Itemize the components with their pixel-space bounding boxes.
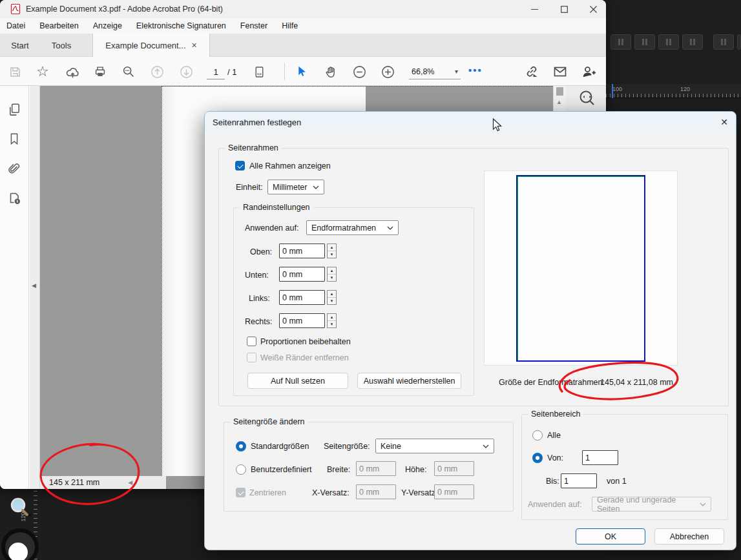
- add-user-button[interactable]: [579, 62, 598, 81]
- annotation-circle-trim-size: [550, 355, 685, 410]
- share-link-button[interactable]: [522, 62, 541, 81]
- save-button[interactable]: [5, 62, 25, 81]
- menu-bearbeiten[interactable]: Bearbeiten: [39, 21, 78, 30]
- set-to-zero-button[interactable]: Auf Null setzen: [247, 373, 348, 389]
- from-page-radio[interactable]: [532, 453, 543, 463]
- more-tools-icon[interactable]: •••: [468, 65, 483, 76]
- bg-tool-button[interactable]: [658, 34, 679, 50]
- page-info-icon[interactable]: [7, 191, 23, 206]
- minimize-button[interactable]: [523, 0, 545, 18]
- menu-hilfe[interactable]: Hilfe: [282, 21, 298, 30]
- select-tool-button[interactable]: [291, 62, 311, 81]
- margin-top-input[interactable]: [279, 244, 325, 258]
- remove-white-margins-checkbox: [247, 353, 256, 362]
- page-number-input[interactable]: [207, 65, 225, 79]
- to-page-input[interactable]: [561, 473, 597, 488]
- all-pages-radio[interactable]: [532, 430, 543, 441]
- page-display-size-button[interactable]: [249, 62, 269, 81]
- annotation-circle-status-size: [34, 439, 149, 510]
- margin-right-spinner[interactable]: ▲▼: [327, 313, 337, 328]
- margin-left-spinner[interactable]: ▲▼: [327, 290, 337, 305]
- center-label: Zentrieren: [249, 488, 286, 497]
- vertical-scrollbar[interactable]: ▲: [553, 86, 566, 111]
- margin-top-label: Oben:: [250, 247, 272, 256]
- dialog-close-icon[interactable]: ✕: [720, 117, 728, 127]
- acrobat-app-icon: [10, 4, 21, 14]
- chevron-down-icon: [483, 444, 489, 448]
- margin-left-input[interactable]: [279, 290, 325, 305]
- tab-tools[interactable]: Tools: [40, 34, 83, 57]
- group-seitenbereich-label: Seitenbereich: [528, 410, 583, 419]
- scroll-up-icon[interactable]: ▲: [556, 99, 562, 105]
- bg-tool-button[interactable]: [682, 34, 703, 50]
- width-label: Breite:: [327, 465, 350, 474]
- apply-to-label: Anwenden auf:: [245, 223, 298, 233]
- from-page-input[interactable]: [582, 450, 618, 465]
- show-all-boxes-checkbox[interactable]: [235, 161, 245, 171]
- next-page-button[interactable]: [176, 62, 196, 81]
- bg-tool-button[interactable]: [713, 34, 734, 50]
- bg-loupe-tool-icon[interactable]: [1, 528, 39, 560]
- search-button[interactable]: [119, 62, 138, 81]
- marquee-zoom-well: [566, 86, 606, 111]
- margin-bottom-input[interactable]: [279, 267, 325, 282]
- all-pages-label: Alle: [547, 431, 561, 440]
- margin-bottom-spinner[interactable]: ▲▼: [327, 267, 337, 282]
- width-input: [356, 461, 396, 476]
- margin-top-spinner[interactable]: ▲▼: [327, 244, 337, 258]
- ruler-ticks: [606, 94, 741, 98]
- page-preview-area: [484, 171, 678, 366]
- zoom-level-dropdown[interactable]: 66,8% ▾: [409, 64, 461, 79]
- zoom-out-button[interactable]: [350, 62, 369, 81]
- previous-page-button[interactable]: [147, 62, 167, 81]
- menu-anzeige[interactable]: Anzeige: [93, 21, 122, 30]
- attachments-paperclip-icon[interactable]: [7, 162, 21, 176]
- tab-start[interactable]: Start: [0, 34, 40, 57]
- cloud-upload-button[interactable]: [63, 62, 82, 81]
- menu-bar: Datei Bearbeiten Anzeige Elektronische S…: [0, 18, 606, 34]
- bg-tool-button[interactable]: [737, 34, 741, 50]
- menu-datei[interactable]: Datei: [6, 21, 25, 30]
- remove-white-margins-label: Weiße Ränder entfernen: [260, 353, 349, 362]
- close-window-button[interactable]: [582, 0, 604, 18]
- marquee-zoom-icon[interactable]: [578, 89, 597, 109]
- bg-zoom-tool-icon[interactable]: [5, 494, 34, 523]
- cancel-button[interactable]: Abbrechen: [654, 528, 724, 544]
- screen: { "window": { "title": "Example Document…: [0, 0, 741, 560]
- ok-button[interactable]: OK: [576, 528, 645, 544]
- page-thumbnails-icon[interactable]: [7, 102, 22, 117]
- print-button[interactable]: [90, 62, 110, 81]
- page-size-dropdown[interactable]: Keine: [375, 439, 494, 453]
- center-checkbox: [236, 488, 245, 497]
- bg-tool-button[interactable]: [611, 34, 631, 50]
- apply-to-dropdown[interactable]: Endformatrahmen: [306, 220, 399, 235]
- restore-selection-button[interactable]: Auswahl wiederherstellen: [357, 373, 461, 389]
- tab-document[interactable]: Example Document... ×: [92, 34, 210, 57]
- menu-fenster[interactable]: Fenster: [240, 21, 267, 30]
- favorite-star-icon[interactable]: ☆: [36, 63, 49, 80]
- maximize-button[interactable]: [553, 0, 575, 18]
- zoom-in-button[interactable]: [378, 62, 397, 81]
- tab-close-icon[interactable]: ×: [192, 40, 197, 50]
- bookmarks-icon[interactable]: [7, 132, 21, 146]
- group-randeinstellungen-label: Randeinstellungen: [240, 203, 313, 212]
- x-offset-input: [356, 484, 396, 499]
- unit-dropdown[interactable]: Millimeter: [267, 180, 324, 194]
- collapse-panel-icon[interactable]: ◀: [32, 282, 36, 289]
- menu-elektronische-signaturen[interactable]: Elektronische Signaturen: [136, 21, 226, 30]
- email-button[interactable]: [550, 62, 570, 81]
- custom-size-label: Benutzerdefiniert: [251, 465, 312, 474]
- margin-right-input[interactable]: [279, 313, 325, 328]
- keep-proportions-checkbox[interactable]: [247, 337, 256, 346]
- sidebar-collapse-strip: ◀: [30, 86, 40, 489]
- trim-box-preview: [516, 175, 645, 362]
- standard-sizes-radio[interactable]: [236, 441, 246, 451]
- keep-proportions-label: Proportionen beibehalten: [260, 337, 351, 346]
- y-offset-input: [434, 484, 474, 499]
- window-title: Example Document x3.pdf - Adobe Acrobat …: [26, 5, 223, 14]
- bg-tool-button[interactable]: [634, 34, 655, 50]
- custom-size-radio[interactable]: [236, 464, 246, 475]
- scrollbar-thumb[interactable]: [556, 87, 563, 96]
- horizontal-ruler: 100 120: [606, 84, 741, 98]
- hand-tool-button[interactable]: [321, 62, 340, 81]
